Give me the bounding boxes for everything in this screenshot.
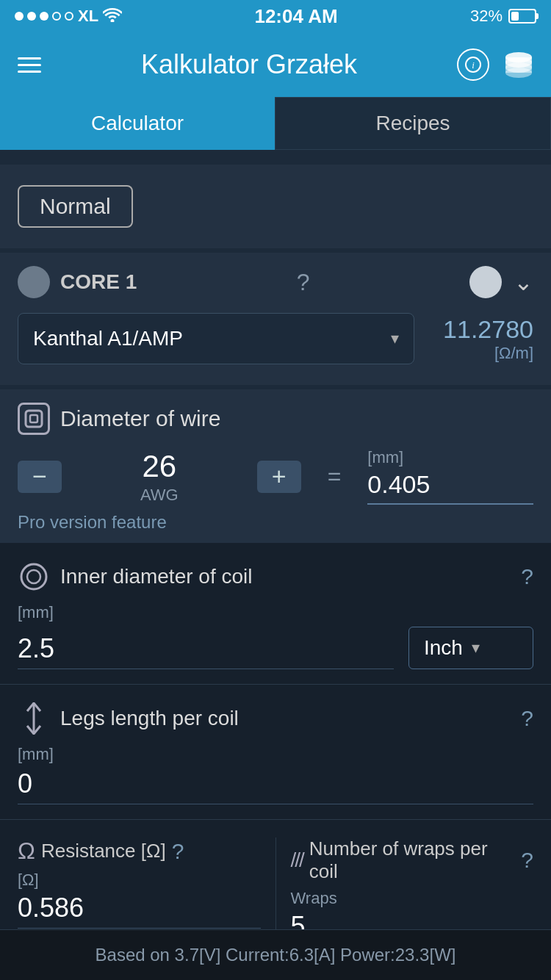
svg-point-12 [27,570,40,583]
menu-line1 [18,57,41,60]
wire-controls-row: − 26 AWG + = [mm] 0.405 [18,448,533,505]
bottom-bar: Based on 3.7[V] Current:6.3[A] Power:23.… [0,929,551,980]
wraps-question-button[interactable]: ? [521,848,533,873]
svg-text:i: i [472,60,475,71]
carrier-label: XL [78,7,98,26]
dot4 [52,12,61,21]
inner-diameter-label: Inner diameter of coil [60,565,252,588]
menu-button[interactable] [18,53,41,77]
wraps-label: Number of wraps per coil [309,837,515,883]
status-right: 32% [470,7,536,26]
tab-recipes[interactable]: Recipes [275,97,551,150]
material-dropdown[interactable]: Kanthal A1/AMP ▾ [18,313,414,364]
core-left: CORE 1 [18,266,137,298]
svg-rect-10 [30,415,37,422]
wire-value-section: 26 AWG [76,449,242,505]
core-question-button[interactable]: ? [297,269,310,296]
legs-question-button[interactable]: ? [521,706,533,731]
resistance-value: 0.586 [18,893,261,929]
inch-dropdown[interactable]: Inch ▾ [408,627,533,669]
ohm-value-display: 11.2780 [Ω/m] [443,315,533,363]
dot3 [40,12,48,21]
core-right: ⌄ [469,266,533,298]
omega-icon: Ω [18,837,35,865]
divider3 [0,385,551,388]
inner-diameter-question-button[interactable]: ? [521,564,533,589]
legs-header: Legs length per coil ? [18,702,533,735]
inner-diameter-input[interactable] [18,633,394,669]
inner-coil-icon [18,561,50,593]
ohm-unit: [Ω/m] [443,344,533,363]
material-name: Kanthal A1/AMP [33,327,183,350]
info-button[interactable]: i [457,48,489,81]
inner-diameter-row: Inch ▾ [18,627,533,669]
dot1 [15,12,24,21]
battery-percent: 32% [470,7,503,26]
wire-minus-button[interactable]: − [18,461,62,493]
wire-number: 26 [142,449,176,484]
wraps-icon: /// [291,849,303,872]
svg-point-11 [21,564,46,589]
wire-section: Diameter of wire − 26 AWG + = [mm] 0.405… [0,389,551,543]
core-section: CORE 1 ? ⌄ Kanthal A1/AMP ▾ 11.2780 [Ω/m… [0,253,551,385]
inner-diameter-header: Inner diameter of coil ? [18,561,533,593]
divider2 [0,248,551,251]
battery-fill [511,12,519,21]
menu-line3 [18,71,41,73]
svg-rect-9 [26,411,42,427]
core-chevron-down-icon[interactable]: ⌄ [514,268,533,296]
wraps-sub-label: Wraps [291,889,534,908]
legs-unit: [mm] [18,745,533,764]
app-title: Kalkulator Grzałek [141,49,357,80]
wire-mm-value: 0.405 [367,470,533,505]
inner-diameter-unit: [mm] [18,603,533,622]
wire-header: Diameter of wire [18,403,533,435]
dropdown-arrow-icon: ▾ [391,329,399,348]
wire-plus-button[interactable]: + [257,461,301,493]
resistance-unit: [Ω] [18,871,261,890]
tab-bar: Calculator Recipes [0,97,551,150]
inner-diameter-header-left: Inner diameter of coil [18,561,252,593]
legs-length-section: Legs length per coil ? [mm] [0,685,551,820]
legs-header-left: Legs length per coil [18,702,239,735]
inch-dropdown-arrow-icon: ▾ [472,638,480,657]
ohm-number: 11.2780 [443,315,533,344]
header-icons: i [457,48,533,81]
legs-input[interactable] [18,768,533,804]
core-toggle-icon [469,266,502,298]
dot2 [27,12,36,21]
svg-point-8 [505,68,532,78]
resistance-question-button[interactable]: ? [172,839,184,864]
divider1 [0,150,551,165]
bottom-bar-text: Based on 3.7[V] Current:6.3[A] Power:23.… [96,945,456,965]
wire-icon [18,403,50,435]
wire-unit-label: AWG [140,486,179,505]
status-bar: XL 12:04 AM 32% [0,0,551,32]
core-circle-icon [18,266,50,298]
wraps-header: /// Number of wraps per coil ? [291,837,534,883]
inner-diameter-section: Inner diameter of coil ? [mm] Inch ▾ [0,543,551,685]
app-header: Kalkulator Grzałek i [0,32,551,97]
core-label: CORE 1 [60,270,137,294]
tab-calculator[interactable]: Calculator [0,97,275,150]
legs-icon [18,702,50,735]
wire-label: Diameter of wire [60,406,220,431]
resistance-header: Ω Resistance [Ω] ? [18,837,261,865]
dot5 [65,12,73,21]
core-header: CORE 1 ? ⌄ [18,266,533,298]
wire-mm-section: [mm] 0.405 [367,448,533,505]
material-row: Kanthal A1/AMP ▾ 11.2780 [Ω/m] [18,313,533,364]
pro-version-text: Pro version feature [18,512,533,533]
normal-badge[interactable]: Normal [18,185,133,228]
battery-icon [508,9,536,24]
status-time: 12:04 AM [254,5,337,28]
tab-calculator-label: Calculator [91,112,184,135]
coil-type-section: Normal [0,165,551,248]
legs-length-label: Legs length per coil [60,707,239,730]
tab-recipes-label: Recipes [375,112,450,135]
resistance-label: Resistance [Ω] [41,840,166,862]
inch-label: Inch [424,636,463,660]
db-button[interactable] [504,51,533,78]
wifi-icon [103,7,122,26]
menu-line2 [18,64,41,66]
